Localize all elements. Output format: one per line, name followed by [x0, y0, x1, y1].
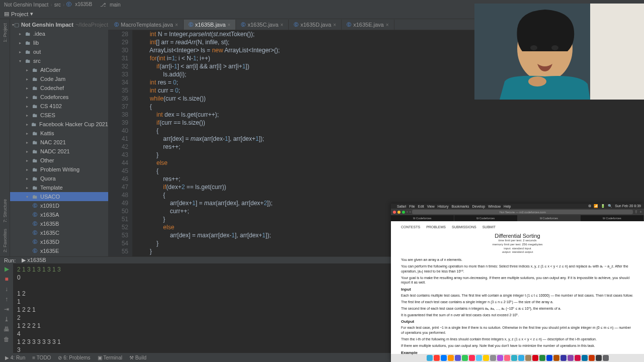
- window-min-icon[interactable]: [397, 211, 400, 214]
- dock-app[interactable]: [553, 355, 559, 361]
- menu-item[interactable]: Edit: [418, 205, 424, 208]
- dock-app[interactable]: [518, 355, 524, 361]
- tree-item-facebook-hacker-cup-2021[interactable]: ▸🖿Facebook Hacker Cup 2021: [10, 120, 108, 129]
- menu-item[interactable]: Develop: [472, 205, 485, 208]
- dock-app[interactable]: [427, 355, 433, 361]
- dock-app[interactable]: [560, 355, 567, 361]
- dock-app[interactable]: [483, 355, 489, 361]
- menubar-status[interactable]: 🔋: [601, 204, 605, 208]
- tab-x1635B.java[interactable]: ⓒx1635B.java×: [184, 20, 236, 30]
- page-content[interactable]: CONTESTSPROBLEMSSUBMISSIONSSUBMIT Differ…: [391, 221, 644, 362]
- menubar-status[interactable]: ⚙: [588, 204, 591, 208]
- rerun-button[interactable]: ↓: [5, 286, 8, 293]
- dock-app[interactable]: [546, 355, 552, 361]
- dock-app[interactable]: [532, 355, 538, 361]
- tree-item-not-genshin-impact.iml[interactable]: 📄Not Genshin Impact.iml: [10, 255, 108, 256]
- menubar-status[interactable]: 🔍: [608, 204, 612, 208]
- dock-app[interactable]: [490, 355, 496, 361]
- tree-item-problem-writing[interactable]: ▸🖿Problem Writing: [10, 165, 108, 174]
- tree-item-x1635e[interactable]: ⓒx1635E: [10, 246, 108, 255]
- tab-x1635D.java[interactable]: ⓒx1635D.java×: [289, 20, 342, 30]
- dock-app[interactable]: [589, 355, 595, 361]
- window-max-icon[interactable]: [402, 211, 405, 214]
- dock-app[interactable]: [462, 355, 468, 361]
- cf-nav-item[interactable]: SUBMIT: [482, 225, 496, 229]
- dock-app[interactable]: [568, 355, 574, 361]
- dock-app[interactable]: [575, 355, 581, 361]
- dock-app[interactable]: [434, 355, 440, 361]
- up-stack-icon[interactable]: ↑: [5, 296, 8, 303]
- breadcrumb-src[interactable]: src: [54, 2, 61, 8]
- cf-nav-item[interactable]: SUBMISSIONS: [452, 225, 476, 229]
- menu-item[interactable]: History: [438, 205, 449, 208]
- tree-item-x1091d[interactable]: ⓒx1091D: [10, 201, 108, 210]
- bottom-tab[interactable]: ▶ 4: Run: [2, 355, 28, 360]
- bottom-tab[interactable]: ▣ Terminal: [95, 355, 125, 360]
- dock-app[interactable]: [504, 355, 510, 361]
- tree-item-code-jam[interactable]: ▸🖿Code Jam: [10, 74, 108, 83]
- tree-root[interactable]: ▾▢Not Genshin Impact~/IdeaProjects/Not G…: [10, 20, 108, 29]
- menu-item[interactable]: Safari: [397, 205, 406, 208]
- tree-item-lib[interactable]: ▸🖿lib: [10, 38, 108, 47]
- tree-item-.idea[interactable]: ▸🖿.idea: [10, 29, 108, 38]
- menubar-status[interactable]: Sun Feb 20 8:39: [615, 204, 641, 208]
- dock-app[interactable]: [603, 355, 609, 361]
- tab-x1635E.java[interactable]: ⓒx1635E.java×: [342, 20, 394, 30]
- rail-structure[interactable]: 7: Structure: [3, 199, 8, 223]
- tree-item-nadc-2021[interactable]: ▸🖿NADC 2021: [10, 147, 108, 156]
- clear-all-icon[interactable]: 🗑: [4, 336, 10, 343]
- share-icon[interactable]: ⇪: [634, 210, 638, 214]
- menu-item[interactable]: Help: [504, 205, 511, 208]
- dock-app[interactable]: [497, 355, 503, 361]
- menu-item[interactable]: File: [409, 205, 415, 208]
- tree-item-quora[interactable]: ▸🖿Quora: [10, 174, 108, 183]
- tree-item-template[interactable]: ▸🖿Template: [10, 183, 108, 192]
- menu-item[interactable]: View: [427, 205, 435, 208]
- forward-button[interactable]: ›: [410, 210, 411, 214]
- menubar-status[interactable]: 📶: [594, 204, 598, 208]
- back-button[interactable]: ‹: [407, 210, 408, 214]
- dock-app[interactable]: [582, 355, 588, 361]
- browser-tab[interactable]: ⧉ Codeforces: [454, 215, 518, 221]
- tree-item-src[interactable]: ▾🖿src: [10, 56, 108, 65]
- browser-tab[interactable]: ⧉ Codeforces: [581, 215, 644, 221]
- tree-item-other[interactable]: ▸🖿Other: [10, 156, 108, 165]
- browser-tab[interactable]: ⧉ Codeforces: [518, 215, 581, 221]
- tree-item-codechef[interactable]: ▸🖿Codechef: [10, 83, 108, 93]
- dock-app[interactable]: [525, 355, 531, 361]
- browser-tab[interactable]: ⧉ Codeforces: [391, 215, 454, 221]
- tab-MacroTemplates.java[interactable]: ⓒMacroTemplates.java×: [109, 20, 184, 30]
- stop-button[interactable]: ■: [5, 276, 8, 283]
- menu-item[interactable]: Bookmarks: [451, 205, 469, 208]
- rail-favorites[interactable]: 2: Favorites: [3, 229, 8, 252]
- scroll-to-end-icon[interactable]: ⤓: [4, 316, 9, 323]
- tree-item-cses[interactable]: ▸🖿CSES: [10, 111, 108, 120]
- menu-item[interactable]: Window: [488, 205, 501, 208]
- run-button[interactable]: ▶: [5, 265, 9, 273]
- dock-app[interactable]: [448, 355, 454, 361]
- breadcrumb-file[interactable]: ⓒ x1635B: [66, 1, 94, 8]
- dock-app[interactable]: [596, 355, 602, 361]
- dock-app[interactable]: [476, 355, 482, 361]
- tree-item-nac-2021[interactable]: ▸🖿NAC 2021: [10, 138, 108, 147]
- tree-item-kattis[interactable]: ▸🖿Kattis: [10, 129, 108, 138]
- dock-app[interactable]: [469, 355, 475, 361]
- dock-app[interactable]: [539, 355, 545, 361]
- dock-app[interactable]: [441, 355, 447, 361]
- toggle-soft-wrap-icon[interactable]: ⇥: [4, 306, 9, 313]
- run-config-name[interactable]: ▶ x1635B: [22, 257, 46, 263]
- tree-item-x1635d[interactable]: ⓒx1635D: [10, 237, 108, 246]
- tree-item-cs-4102[interactable]: ▸🖿CS 4102: [10, 102, 108, 111]
- tree-item-x1635c[interactable]: ⓒx1635C: [10, 228, 108, 237]
- project-view-button[interactable]: ▤ Project ▾: [4, 11, 33, 17]
- tree-item-usaco[interactable]: ▾🖿USACO: [10, 192, 108, 201]
- bottom-tab[interactable]: ≡ TODO: [29, 355, 54, 360]
- address-bar[interactable]: Not Secure — m2.codeforces.com: [412, 210, 633, 214]
- dock-app[interactable]: [511, 355, 517, 361]
- tree-item-out[interactable]: ▸🖿out: [10, 47, 108, 56]
- cf-nav-item[interactable]: CONTESTS: [401, 225, 420, 229]
- rail-project[interactable]: 1: Project: [3, 23, 8, 42]
- breadcrumb-project[interactable]: Not Genshin Impact: [4, 2, 48, 8]
- print-icon[interactable]: 🖶: [4, 326, 10, 333]
- tree-item-atcoder[interactable]: ▸🖿AtCoder: [10, 65, 108, 74]
